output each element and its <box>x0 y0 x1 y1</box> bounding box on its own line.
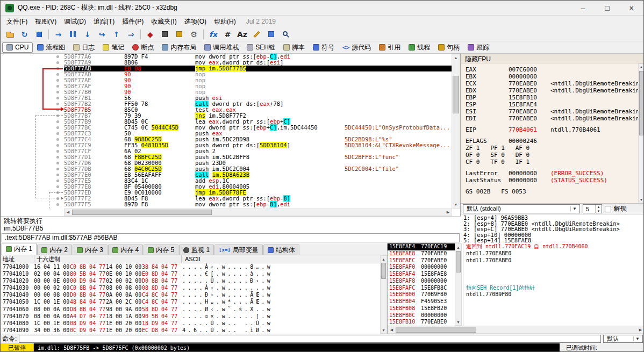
stack-row[interactable]: 15E8FB04F45905E3 <box>388 298 455 305</box>
register-row[interactable]: EAX007C6000 <box>466 66 638 73</box>
step-over-button[interactable]: ↪ <box>95 28 109 40</box>
assembler-button[interactable]: Az <box>235 28 249 40</box>
arg-count-spinner[interactable]: 5 ▲▼ <box>583 204 602 213</box>
register-row[interactable]: EDX770EABE0<ntdll.DbgUiRemoteBreakin> <box>466 87 638 94</box>
tab-trace[interactable]: 跟踪 <box>464 42 493 53</box>
calculator-button[interactable]: fx <box>206 28 220 40</box>
breakpoint-gutter[interactable] <box>1 54 64 60</box>
breakpoint-gutter[interactable] <box>1 148 64 154</box>
register-row[interactable]: ESI770EABE0<ntdll.DbgUiRemoteBreakin> <box>466 108 638 115</box>
disasm-row[interactable]: 5D8F77F5897D F8mov dword ptr ss:[ebp-8],… <box>1 202 452 207</box>
tab-log[interactable]: 日志 <box>69 42 98 53</box>
settings-gear-button[interactable]: ⚙ <box>187 28 201 40</box>
memory-row[interactable]: 7704101002 00 04 0080 5B 04 770E 00 10 0… <box>1 270 380 277</box>
calling-convention-combo[interactable]: 默认 (stdcall) ▼ <box>463 204 580 213</box>
breakpoint-gutter[interactable] <box>1 178 64 184</box>
breakpoint-gutter[interactable] <box>1 77 64 83</box>
close-button[interactable]: × <box>619 1 643 15</box>
dump-tab-mem1[interactable]: 内存 1 <box>2 243 37 255</box>
breakpoint-gutter[interactable] <box>1 101 64 107</box>
memory-row[interactable]: 7704106008 00 0A 00D8 8B 04 7798 00 9A 0… <box>1 306 380 313</box>
dump-tab-struct[interactable]: 结构体 <box>263 245 299 255</box>
command-profile-combo[interactable]: 默认 ▼ <box>603 335 643 343</box>
tab-script[interactable]: 脚本 <box>280 42 309 53</box>
stack-horizontal-scrollbar[interactable]: ◀ ▶ <box>388 326 644 334</box>
tab-breakpoints[interactable]: 断点 <box>128 42 158 53</box>
dump-rows[interactable]: 7704100016 04 11 00C0 8B 04 7714 00 10 0… <box>1 263 380 334</box>
disassembly-view[interactable]: 5D8F77A6897D F4mov dword ptr ss:[ebp-C],… <box>1 54 452 209</box>
command-input[interactable] <box>19 335 601 343</box>
breakpoint-gutter[interactable] <box>1 66 64 71</box>
breakpoint-gutter[interactable] <box>1 190 64 196</box>
memory-map-button[interactable] <box>173 28 186 40</box>
dump-tab-watch1[interactable]: 监视 1 <box>179 245 214 255</box>
modules-button[interactable] <box>264 28 278 40</box>
menu-item[interactable]: 帮助(H) <box>210 16 240 27</box>
flags-row[interactable]: CF 0 TF 0 IF 1 <box>466 159 638 166</box>
run-to-user-code-button[interactable]: ⇒ <box>124 28 138 40</box>
stack-row[interactable]: 15E8FAF415E8FAE8 <box>388 271 455 278</box>
breakpoint-gutter[interactable] <box>1 89 64 95</box>
menu-item[interactable]: 插件(P) <box>118 16 147 27</box>
dump-tab-mem5[interactable]: 内存 5 <box>144 245 178 255</box>
disasm-horizontal-scrollbar[interactable]: ◀ ▶ <box>64 209 452 216</box>
breakpoint-gutter[interactable] <box>1 83 64 89</box>
stack-vertical-scrollbar[interactable]: ▲ ▼ <box>455 243 462 326</box>
title-bar[interactable]: QQ.exe - PID: 268C - 模块: im.dll - 线程: 25… <box>1 1 643 16</box>
search-button[interactable] <box>279 28 292 40</box>
minimize-button[interactable]: – <box>571 1 595 15</box>
dump-tab-locals[interactable]: [x=]局部变量 <box>214 245 263 255</box>
breakpoint-gutter[interactable] <box>1 71 64 77</box>
flags-row[interactable]: GS 002B FS 0053 <box>466 188 638 195</box>
stack-rows[interactable]: 15E8FAE4770EAC1915E8FAE8770EABE015E8FAEC… <box>388 243 455 326</box>
breakpoint-gutter[interactable] <box>1 119 64 125</box>
stack-row[interactable]: 15E8FAE4770EAC19 <box>388 243 455 250</box>
memory-row[interactable]: 7704104000 00 08 00D0 8B 04 770A 00 0A 0… <box>1 291 380 298</box>
open-file-button[interactable] <box>3 28 17 40</box>
stack-row[interactable]: 15E8FAE8770EABE0 <box>388 250 455 257</box>
tab-handles[interactable]: 句柄 <box>434 42 463 53</box>
breakpoint-gutter[interactable] <box>1 184 64 190</box>
tab-source[interactable]: <>源代码 <box>339 42 375 53</box>
trace-record-button[interactable] <box>158 28 171 40</box>
tab-symbols[interactable]: 符号 <box>309 42 338 53</box>
close-process-button[interactable] <box>32 28 46 40</box>
menu-item[interactable]: 文件(F) <box>3 16 31 27</box>
breakpoint-gutter[interactable] <box>1 196 64 202</box>
breakpoint-gutter[interactable] <box>1 60 64 66</box>
edit-pencil-button[interactable] <box>250 28 263 40</box>
stack-arguments[interactable]: 1: [esp+4] 96A59BB32: [esp+8] 770EABE0 <… <box>461 214 644 243</box>
tab-notes[interactable]: 笔记 <box>99 42 128 53</box>
register-row[interactable]: EIP770B4061ntdll.770B4061 <box>466 126 638 133</box>
stack-row[interactable]: 15E8FAF000000000 <box>388 264 455 271</box>
menu-item[interactable]: 收藏夹(I) <box>147 16 180 27</box>
hide-fpu-button[interactable]: 隐藏FPU <box>461 54 644 63</box>
animate-button[interactable]: ◆ <box>144 28 157 40</box>
breakpoint-gutter[interactable] <box>1 113 64 119</box>
stack-row[interactable]: 15E8FAFC15E8FB8C <box>388 285 455 292</box>
breakpoint-gutter[interactable] <box>1 166 64 172</box>
breakpoint-gutter[interactable] <box>1 107 64 113</box>
restart-button[interactable]: ↻ <box>18 28 31 40</box>
dump-vertical-scrollbar[interactable]: ▲ ▼ <box>380 255 387 334</box>
register-row[interactable]: LastError00000000(ERROR_SUCCESS) <box>466 170 638 177</box>
breakpoint-gutter[interactable] <box>1 142 64 148</box>
tab-seh[interactable]: SEH链 <box>243 42 279 53</box>
stack-row[interactable]: 15E8FB0C00000000 <box>388 312 455 319</box>
memory-row[interactable]: 7704107008 00 0A 00A4 D7 04 7718 00 1A 0… <box>1 313 380 320</box>
memory-row[interactable]: 770410801C 00 1E 0008 D9 04 771E 00 20 0… <box>1 320 380 327</box>
spinner-arrows[interactable]: ▲▼ <box>595 205 602 213</box>
menu-item[interactable]: 调试(D) <box>60 16 90 27</box>
run-button[interactable]: → <box>52 28 65 40</box>
registers-scrollbar[interactable]: ▲ ▼ <box>638 63 644 203</box>
flags-row[interactable]: OF 0 SF 0 DF 0 <box>466 152 638 159</box>
memory-row[interactable]: 7704100016 04 11 00C0 8B 04 7714 00 10 0… <box>1 263 380 270</box>
call-argument-row[interactable]: 1: [esp+4] 96A59BB3 <box>463 215 644 221</box>
menu-item[interactable]: 视图(V) <box>31 16 60 27</box>
stack-row[interactable]: 15E8FB0815E8FB20 <box>388 305 455 312</box>
flags-row[interactable]: ZF 1 PF 1 AF 0 <box>466 145 638 152</box>
breakpoint-gutter[interactable] <box>1 172 64 178</box>
register-row[interactable]: ECX770EABE0<ntdll.DbgUiRemoteBreakin> <box>466 80 638 87</box>
tab-memory-map[interactable]: 内存布局 <box>158 42 200 53</box>
menu-item[interactable]: 选项(O) <box>181 16 210 27</box>
